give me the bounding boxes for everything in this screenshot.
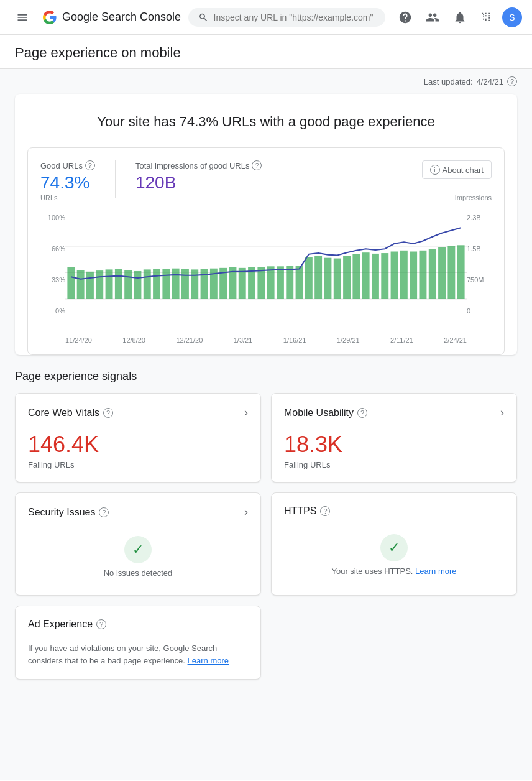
y-left-100: 100% [43, 214, 65, 221]
app-logo: Google Search Console [42, 10, 181, 25]
hero-title: Your site has 74.3% URLs with a good pag… [30, 114, 502, 130]
svg-rect-33 [343, 256, 351, 299]
svg-rect-9 [115, 269, 122, 299]
svg-rect-15 [172, 269, 180, 299]
core-web-vitals-title: Core Web Vitals ? [28, 407, 113, 418]
security-check-icon: ✓ [132, 542, 144, 558]
last-updated-date: 4/24/21 [477, 77, 503, 86]
svg-rect-16 [181, 269, 189, 299]
security-issues-help-icon[interactable]: ? [99, 507, 109, 517]
header-actions: S [393, 5, 522, 30]
svg-rect-30 [314, 256, 322, 299]
security-issues-card[interactable]: Security Issues ? › ✓ No issues detected [15, 492, 261, 596]
menu-button[interactable] [10, 5, 35, 30]
page-title: Page experience on mobile [15, 45, 517, 61]
signals-grid: Core Web Vitals ? › 146.4K Failing URLs … [15, 393, 517, 680]
core-web-vitals-header: Core Web Vitals ? › [28, 406, 248, 419]
chart-y-right-title: Impressions [455, 194, 492, 201]
svg-rect-32 [334, 259, 341, 299]
svg-rect-28 [296, 266, 303, 299]
mobile-usability-title: Mobile Usability ? [284, 407, 367, 418]
https-title: HTTPS ? [284, 506, 330, 517]
good-urls-help-icon[interactable]: ? [85, 160, 95, 170]
y-right-1.5b: 1.5B [467, 245, 489, 252]
x-label-3: 1/3/21 [234, 336, 253, 344]
https-help-icon[interactable]: ? [320, 506, 330, 516]
hero-section: Your site has 74.3% URLs with a good pag… [15, 94, 517, 355]
page-title-bar: Page experience on mobile [0, 35, 532, 69]
svg-rect-43 [438, 247, 446, 299]
ad-experience-header: Ad Experience ? [28, 619, 248, 630]
signals-section: Page experience signals Core Web Vitals … [15, 370, 517, 680]
chart-visualization: URLs Impressions [40, 205, 492, 342]
svg-rect-38 [391, 252, 398, 300]
mobile-usability-help-icon[interactable]: ? [357, 408, 367, 418]
search-bar[interactable] [188, 8, 385, 27]
metrics-divider [115, 160, 116, 198]
https-header: HTTPS ? [284, 506, 504, 517]
svg-rect-17 [191, 269, 198, 299]
mobile-usability-sub: Failing URLs [284, 460, 504, 469]
chart-metrics: Good URLs ? 74.3% Total impressions of g… [40, 160, 492, 198]
y-right-2.3b: 2.3B [467, 214, 489, 221]
about-chart-info-icon: i [430, 165, 440, 175]
security-check-circle: ✓ [124, 536, 152, 563]
svg-rect-6 [86, 272, 94, 299]
svg-rect-26 [277, 266, 284, 299]
x-label-5: 1/29/21 [337, 336, 360, 344]
x-label-4: 1/16/21 [283, 336, 306, 344]
svg-rect-35 [362, 252, 370, 299]
last-updated-label: Last updated: [424, 77, 473, 86]
impressions-metric: Total impressions of good URLs ? 120B [135, 160, 262, 193]
svg-rect-41 [420, 251, 427, 299]
about-chart-button[interactable]: i About chart [422, 160, 492, 179]
svg-rect-13 [153, 269, 160, 299]
search-input[interactable] [214, 12, 375, 22]
x-label-6: 2/11/21 [390, 336, 413, 344]
svg-rect-25 [267, 266, 275, 299]
svg-rect-23 [248, 267, 255, 299]
https-learn-more-link[interactable]: Learn more [415, 566, 456, 576]
ad-experience-help-icon[interactable]: ? [96, 619, 106, 629]
svg-rect-12 [144, 269, 151, 299]
svg-rect-42 [429, 249, 436, 299]
security-issues-chevron-icon: › [244, 506, 248, 519]
mobile-usability-card[interactable]: Mobile Usability ? › 18.3K Failing URLs [271, 393, 517, 483]
ad-experience-learn-more-link[interactable]: Learn more [188, 656, 229, 665]
people-button[interactable] [420, 5, 445, 30]
svg-rect-8 [106, 269, 113, 299]
good-urls-metric: Good URLs ? 74.3% [40, 160, 95, 193]
ad-experience-body: If you have ad violations on your site, … [28, 642, 248, 667]
svg-rect-40 [410, 252, 417, 300]
https-card: HTTPS ? ✓ Your site uses HTTPS. Learn mo… [271, 492, 517, 596]
svg-rect-4 [67, 267, 75, 299]
core-web-vitals-help-icon[interactable]: ? [103, 408, 113, 418]
security-issues-header: Security Issues ? › [28, 506, 248, 519]
svg-rect-37 [381, 253, 388, 299]
help-button[interactable] [393, 5, 418, 30]
notifications-button[interactable] [447, 5, 472, 30]
impressions-value: 120B [135, 173, 262, 193]
https-ok-text: Your site uses HTTPS. Learn more [331, 566, 456, 576]
chart-svg [65, 205, 467, 330]
core-web-vitals-card[interactable]: Core Web Vitals ? › 146.4K Failing URLs [15, 393, 261, 483]
good-urls-value: 74.3% [40, 173, 95, 193]
impressions-label: Total impressions of good URLs ? [135, 160, 262, 170]
avatar[interactable]: S [502, 7, 522, 27]
svg-rect-7 [96, 270, 103, 299]
svg-rect-11 [134, 271, 142, 299]
chart-y-left-title: URLs [40, 194, 58, 201]
svg-rect-22 [239, 268, 246, 299]
core-web-vitals-sub: Failing URLs [28, 460, 248, 469]
impressions-help-icon[interactable]: ? [252, 160, 262, 170]
svg-rect-5 [77, 270, 85, 299]
svg-rect-14 [162, 269, 170, 299]
last-updated-bar: Last updated: 4/24/21 ? [15, 69, 517, 94]
last-updated-help-icon[interactable]: ? [507, 76, 517, 86]
x-label-2: 12/21/20 [176, 336, 203, 344]
app-header: Google Search Console S [0, 0, 532, 35]
apps-button[interactable] [475, 5, 500, 30]
y-left-33: 33% [43, 276, 65, 284]
svg-rect-27 [286, 266, 293, 299]
mobile-usability-value: 18.3K [284, 432, 504, 458]
